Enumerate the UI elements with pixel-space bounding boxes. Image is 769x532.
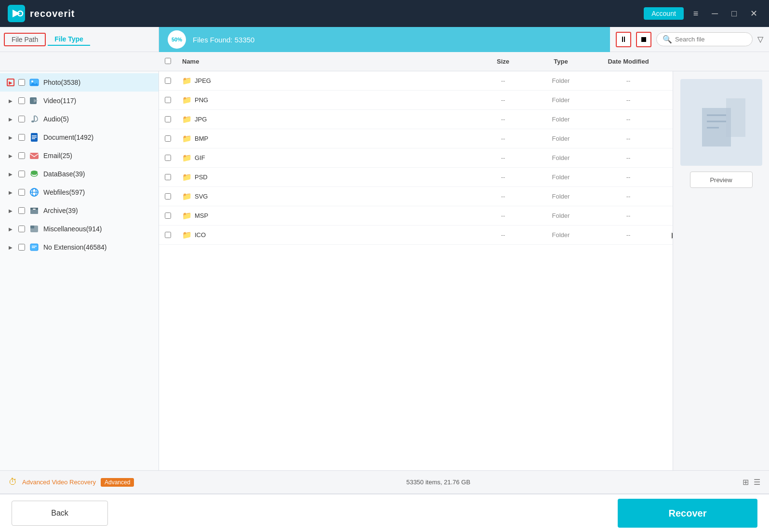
titlebar-controls: Account ≡ ─ □ ✕ bbox=[644, 6, 761, 21]
svg-rect-14 bbox=[30, 153, 39, 159]
photo-checkbox[interactable] bbox=[18, 79, 25, 86]
close-button[interactable]: ✕ bbox=[746, 6, 761, 21]
minimize-button[interactable]: ─ bbox=[708, 7, 722, 21]
audio-checkbox[interactable] bbox=[18, 116, 25, 122]
list-view-button[interactable]: ☰ bbox=[754, 478, 760, 487]
row-checkbox[interactable] bbox=[165, 155, 171, 161]
webfiles-checkbox[interactable] bbox=[18, 189, 25, 196]
database-checkbox[interactable] bbox=[18, 171, 25, 177]
grid-view-button[interactable]: ⊞ bbox=[742, 478, 749, 487]
expand-arrow-document[interactable]: ▶ bbox=[7, 133, 14, 141]
expand-arrow-video[interactable]: ▶ bbox=[7, 97, 14, 105]
svg-rect-12 bbox=[32, 137, 37, 138]
document-icon bbox=[29, 132, 40, 143]
table-row[interactable]: 📁MSP -- Folder -- bbox=[159, 206, 673, 226]
table-row[interactable]: 📁SVG -- Folder -- bbox=[159, 187, 673, 206]
sidebar-item-document-label: Document(1492) bbox=[43, 133, 152, 141]
table-row[interactable]: 📁JPEG -- Folder -- bbox=[159, 71, 673, 91]
preview-placeholder-icon bbox=[692, 89, 750, 156]
stop-icon: ⏹ bbox=[640, 35, 648, 44]
expand-arrow-email[interactable]: ▶ bbox=[7, 152, 14, 160]
sidebar-item-document[interactable]: ▶ Document(1492) bbox=[0, 128, 159, 146]
expand-arrow-archive[interactable]: ▶ bbox=[7, 207, 14, 214]
row-checkbox[interactable] bbox=[165, 193, 171, 200]
video-checkbox[interactable] bbox=[18, 97, 25, 104]
expand-arrow-database[interactable]: ▶ bbox=[7, 170, 14, 178]
stop-button[interactable]: ⏹ bbox=[636, 32, 651, 47]
table-row[interactable]: 📁JPG -- Folder -- bbox=[159, 110, 673, 129]
sidebar-item-no-ext[interactable]: ▶ No Extension(46584) bbox=[0, 238, 159, 256]
sidebar-item-archive-label: Archive(39) bbox=[43, 207, 152, 214]
row-checkbox[interactable] bbox=[165, 97, 171, 103]
account-button[interactable]: Account bbox=[644, 7, 684, 20]
scan-bar: 50% Files Found: 53350 bbox=[159, 27, 610, 52]
video-icon bbox=[29, 95, 40, 106]
folder-icon: 📁 bbox=[182, 115, 192, 124]
email-icon bbox=[29, 150, 40, 161]
table-row[interactable]: 📁PNG -- Folder -- bbox=[159, 91, 673, 110]
sidebar-item-database-label: DataBase(39) bbox=[43, 170, 152, 178]
audio-icon bbox=[29, 114, 40, 124]
svg-rect-13 bbox=[32, 138, 35, 139]
scroll-right-arrow[interactable]: ▶ bbox=[672, 230, 673, 239]
row-checkbox[interactable] bbox=[165, 116, 171, 122]
sidebar-item-no-ext-label: No Extension(46584) bbox=[43, 243, 152, 251]
select-all-checkbox[interactable] bbox=[165, 58, 171, 64]
advanced-text: Advanced Video Recovery bbox=[22, 479, 96, 486]
sidebar-item-email[interactable]: ▶ Email(25) bbox=[0, 146, 159, 165]
sidebar-item-video-label: Video(117) bbox=[43, 97, 152, 105]
sidebar-item-misc[interactable]: ▶ Miscellaneous(914) bbox=[0, 220, 159, 238]
back-button[interactable]: Back bbox=[12, 501, 108, 526]
table-row[interactable]: 📁BMP -- Folder -- bbox=[159, 129, 673, 148]
search-box: 🔍 bbox=[656, 32, 753, 46]
expand-arrow-webfiles[interactable]: ▶ bbox=[7, 188, 14, 196]
sidebar-item-audio[interactable]: ▶ Audio(5) bbox=[0, 110, 159, 128]
expand-arrow-misc[interactable]: ▶ bbox=[7, 225, 14, 233]
toolbar-right: ⏸ ⏹ 🔍 ▽ bbox=[610, 27, 769, 52]
table-row[interactable]: 📁ICO -- Folder -- ▶ bbox=[159, 226, 673, 245]
no-ext-checkbox[interactable] bbox=[18, 244, 25, 251]
row-checkbox[interactable] bbox=[165, 232, 171, 238]
database-icon bbox=[29, 169, 40, 179]
row-checkbox[interactable] bbox=[165, 135, 171, 142]
email-checkbox[interactable] bbox=[18, 152, 25, 159]
table-row[interactable]: 📁PSD -- Folder -- bbox=[159, 168, 673, 187]
tab-file-path[interactable]: File Path bbox=[4, 33, 46, 46]
pause-button[interactable]: ⏸ bbox=[616, 32, 631, 47]
expand-arrow-photo[interactable]: ▶ bbox=[7, 79, 14, 86]
expand-arrow-no-ext[interactable]: ▶ bbox=[7, 243, 14, 251]
preview-button[interactable]: Preview bbox=[690, 172, 753, 188]
folder-icon: 📁 bbox=[182, 95, 192, 105]
svg-rect-21 bbox=[33, 209, 36, 210]
row-checkbox[interactable] bbox=[165, 213, 171, 219]
search-input[interactable] bbox=[675, 36, 742, 43]
expand-arrow-audio[interactable]: ▶ bbox=[7, 115, 14, 123]
maximize-button[interactable]: □ bbox=[728, 7, 741, 21]
misc-checkbox[interactable] bbox=[18, 226, 25, 232]
tab-file-type[interactable]: File Type bbox=[48, 33, 90, 46]
document-checkbox[interactable] bbox=[18, 134, 25, 141]
table-row[interactable]: 📁GIF -- Folder -- bbox=[159, 148, 673, 168]
sidebar-item-database[interactable]: ▶ DataBase(39) bbox=[0, 165, 159, 183]
sidebar-item-email-label: Email(25) bbox=[43, 152, 152, 160]
row-checkbox[interactable] bbox=[165, 174, 171, 180]
sidebar-item-photo[interactable]: ▶ Photo(3538) bbox=[0, 73, 159, 92]
pause-icon: ⏸ bbox=[620, 35, 627, 44]
menu-button[interactable]: ≡ bbox=[689, 7, 703, 21]
files-found: Files Found: 53350 bbox=[193, 36, 254, 44]
preview-panel: Preview bbox=[673, 71, 769, 470]
recover-button[interactable]: Recover bbox=[618, 499, 757, 528]
misc-icon bbox=[29, 224, 40, 234]
folder-icon: 📁 bbox=[182, 76, 192, 85]
archive-checkbox[interactable] bbox=[18, 207, 25, 214]
sidebar-item-video[interactable]: ▶ Video(117) bbox=[0, 92, 159, 110]
filter-button[interactable]: ▽ bbox=[757, 35, 763, 44]
row-checkbox[interactable] bbox=[165, 78, 171, 84]
file-table-body: 📁JPEG -- Folder -- 📁PNG -- Folder -- 📁JP… bbox=[159, 71, 673, 470]
sidebar-item-archive[interactable]: ▶ Archive(39) bbox=[0, 201, 159, 220]
titlebar: recoverit Account ≡ ─ □ ✕ bbox=[0, 0, 769, 27]
svg-rect-23 bbox=[30, 226, 34, 228]
sidebar-item-webfiles-label: Webfiles(597) bbox=[43, 188, 152, 196]
sidebar-item-webfiles[interactable]: ▶ Webfiles(597) bbox=[0, 183, 159, 201]
archive-icon bbox=[29, 205, 40, 216]
